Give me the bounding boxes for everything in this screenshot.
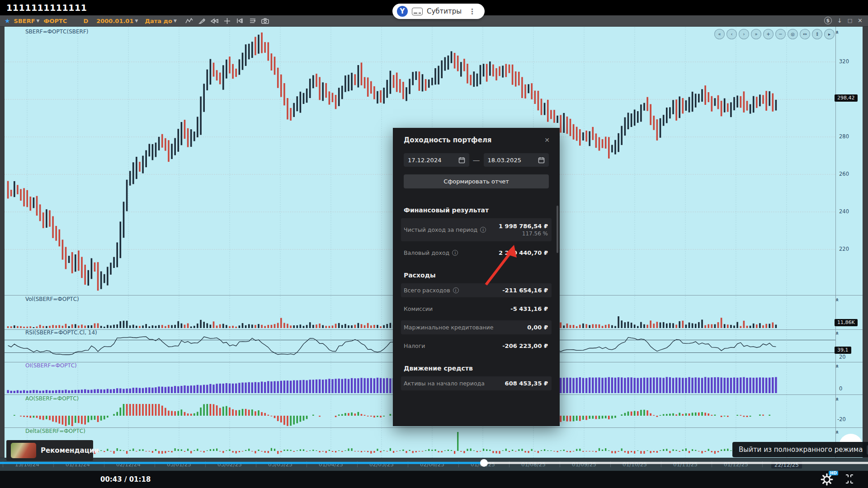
go-to-end-button[interactable]: ▸: [824, 29, 835, 39]
hd-quality-badge: HD: [829, 471, 838, 475]
pane-collapse-icon[interactable]: «: [834, 430, 841, 434]
last-price-tag: 298,42: [835, 94, 858, 102]
dialog-scrollbar[interactable]: [557, 206, 558, 253]
ao-pane-label: AO(SBERF=ФОРТС): [25, 395, 79, 402]
subtitles-label: Субтитры: [427, 7, 462, 15]
pane-collapse-icon[interactable]: «: [834, 397, 841, 401]
date-from-selector[interactable]: 2000.01.01▼: [96, 18, 139, 24]
date-to-selector[interactable]: Дата до▼: [145, 18, 178, 24]
tooltip-text: Выйти из полноэкранного режима: [739, 446, 863, 454]
replay-icon[interactable]: [235, 17, 245, 25]
rsi-value-tag: 39,1: [835, 347, 851, 354]
y-axis-label: 280: [839, 133, 849, 140]
calendar-icon[interactable]: [458, 157, 465, 164]
zoom-in-button[interactable]: +: [763, 29, 774, 39]
dialog-row-net-income: Чистый доход за периодi 1 998 786,54 ₽11…: [401, 218, 552, 241]
video-title: 1111111111111: [6, 3, 87, 13]
fit-vertical-button[interactable]: ↕: [812, 29, 822, 39]
delta-pane-label: Delta(SBERF=ФОРТС): [25, 428, 85, 434]
pencil-icon[interactable]: [197, 17, 207, 25]
download-icon[interactable]: ↓: [837, 17, 842, 24]
time-axis-strip: 15/10/2401/11/2402/12/2403/01/2503/02/25…: [0, 458, 868, 471]
calendar-icon[interactable]: [538, 157, 545, 164]
pane-collapse-icon[interactable]: «: [834, 331, 841, 335]
vol-value-tag: 11,86K: [835, 319, 858, 326]
pane-collapse-icon[interactable]: «: [834, 298, 841, 301]
y-axis-label: 320: [839, 58, 849, 65]
settings-gear-icon[interactable]: HD: [820, 473, 835, 487]
rsi-pane-label: RSI(SBERF=ФОРТС.Cl, 14): [25, 329, 97, 336]
currency-icon[interactable]: $: [824, 17, 832, 24]
y-axis-label: 260: [839, 171, 849, 177]
dialog-row-assets-start: Активы на начало периода 608 453,35 ₽: [401, 376, 552, 390]
subtitles-pill[interactable]: Y Субтитры ⋮: [392, 4, 485, 19]
scroll-left-fast-button[interactable]: «: [714, 29, 725, 39]
net-income-percent: 117.56 %: [499, 230, 548, 237]
oi-axis-label: 0: [839, 385, 842, 392]
window-left-edge: [0, 27, 5, 458]
scroll-right-button[interactable]: ›: [739, 29, 749, 39]
vol-pane-label: Vol(SBERF=ФОРТС): [25, 296, 79, 302]
subtitles-icon: [412, 8, 423, 15]
date-to-input[interactable]: 18.03.2025: [484, 153, 549, 167]
portfolio-return-dialog: Доходность портфеля ✕ 17.12.2024 — 18.03…: [393, 128, 560, 426]
recommendation-thumbnail[interactable]: [11, 443, 36, 458]
dialog-row-commissions: Комиссии -5 431,16 ₽: [401, 302, 552, 316]
maximize-icon[interactable]: □: [848, 18, 852, 23]
fullscreen-exit-tooltip: Выйти из полноэкранного режима Esc F: [732, 442, 868, 457]
symbol-selector[interactable]: SBERF▼: [14, 18, 41, 24]
scroll-left-button[interactable]: ‹: [726, 29, 737, 39]
yandex-logo-icon: Y: [397, 6, 408, 17]
dialog-close-icon[interactable]: ✕: [544, 136, 550, 144]
window-right-edge: [863, 27, 868, 458]
y-axis-label: 240: [839, 208, 849, 215]
dialog-row-gross-income: Валовый доходi 2 210 440,70 ₽: [401, 246, 552, 260]
indicator-icon[interactable]: [184, 17, 194, 25]
section-title: Движение средств: [393, 365, 560, 372]
section-title: Финансовый результат: [393, 206, 560, 214]
levels-icon[interactable]: [248, 17, 258, 25]
date-range-dash: —: [473, 156, 480, 164]
generate-report-button[interactable]: Сформировать отчет: [404, 174, 549, 188]
pane-collapse-icon[interactable]: «: [834, 364, 841, 368]
dialog-row-total-expenses: Всего расходовi -211 654,16 ₽: [401, 283, 552, 297]
info-icon[interactable]: i: [452, 250, 458, 256]
dialog-row-margin-credit: Маржинальное кредитование 0,00 ₽: [401, 320, 552, 334]
seek-bar-remaining[interactable]: [484, 462, 868, 464]
pill-menu-icon[interactable]: ⋮: [468, 7, 476, 16]
oi-pane-label: OI(SBERF=ФОРТС): [25, 362, 77, 369]
main-pane-label: SBERF=ФОРТС(SBERF): [25, 28, 88, 35]
scroll-right-fast-button[interactable]: »: [751, 29, 761, 39]
fit-horizontal-button[interactable]: ↔: [800, 29, 810, 39]
dialog-row-taxes: Налоги -206 223,00 ₽: [401, 339, 552, 353]
date-from-input[interactable]: 17.12.2024: [404, 153, 469, 167]
favorite-star-icon[interactable]: ★: [5, 17, 10, 24]
crosshair-icon[interactable]: [222, 17, 232, 25]
seek-bar-watched[interactable]: [0, 462, 484, 464]
market-label: ФОРТС: [44, 18, 67, 24]
rsi-axis-label: 20: [839, 354, 846, 360]
seek-playhead[interactable]: [480, 459, 488, 467]
zoom-window-button[interactable]: ◎: [788, 29, 798, 39]
fullscreen-exit-icon[interactable]: [844, 474, 856, 485]
timeframe-selector[interactable]: D: [83, 18, 88, 24]
dialog-title: Доходность портфеля: [404, 136, 492, 144]
ao-axis-label: -20: [837, 416, 846, 422]
recommendations-label: Рекомендации: [41, 446, 99, 455]
info-icon[interactable]: i: [480, 227, 486, 233]
camera-icon[interactable]: [260, 17, 270, 25]
shapes-icon[interactable]: [210, 17, 220, 25]
video-player-frame: SBERF=ФОРТС(SBERF) Vol(SBERF=ФОРТС) RSI(…: [0, 0, 868, 488]
playback-time: 00:43 / 01:18: [100, 475, 151, 483]
recommendations-panel[interactable]: Рекомендации: [6, 440, 93, 461]
zoom-out-button[interactable]: −: [775, 29, 786, 39]
info-icon[interactable]: i: [453, 287, 459, 293]
section-title: Расходы: [393, 272, 560, 279]
pane-collapse-icon[interactable]: «: [834, 30, 841, 34]
y-axis-label: 220: [839, 246, 849, 252]
window-close-icon[interactable]: ✕: [858, 17, 863, 24]
